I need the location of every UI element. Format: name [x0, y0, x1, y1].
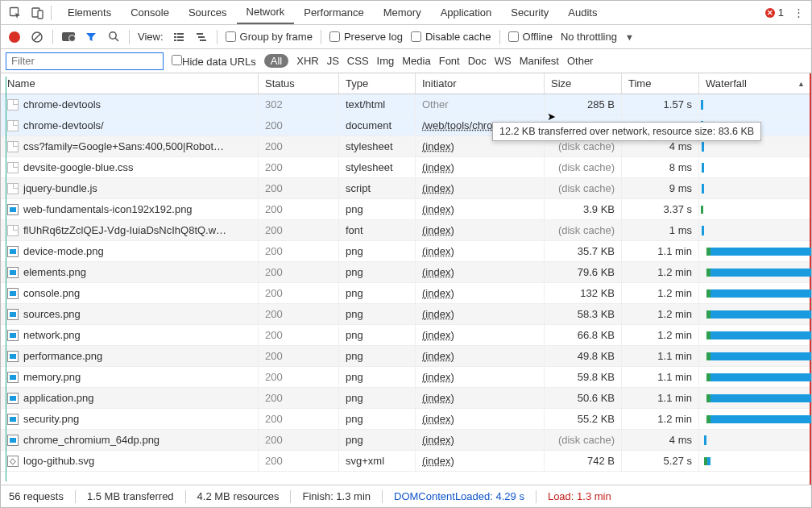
col-initiator[interactable]: Initiator	[416, 73, 545, 94]
filter-input[interactable]	[6, 52, 164, 70]
col-type[interactable]: Type	[339, 73, 416, 94]
type-filter-media[interactable]: Media	[402, 55, 430, 67]
tab-sources[interactable]: Sources	[179, 1, 237, 24]
clear-button[interactable]	[30, 30, 44, 44]
request-size: (disk cache)	[545, 157, 622, 177]
col-time[interactable]: Time	[622, 73, 699, 94]
request-waterfall	[699, 94, 811, 115]
type-filter-xhr[interactable]: XHR	[296, 55, 318, 67]
request-initiator[interactable]: (index)	[422, 413, 454, 425]
inspect-element-icon[interactable]	[4, 2, 27, 24]
type-filter-font[interactable]: Font	[439, 55, 460, 67]
preserve-log-checkbox[interactable]: Preserve log	[329, 31, 403, 43]
request-initiator[interactable]: (index)	[422, 224, 454, 236]
request-initiator[interactable]: (index)	[422, 371, 454, 383]
svg-rect-14	[198, 36, 205, 38]
search-button[interactable]	[106, 30, 121, 44]
request-size: (disk cache)	[545, 178, 622, 198]
type-filter-js[interactable]: JS	[327, 55, 339, 67]
tab-security[interactable]: Security	[501, 1, 558, 24]
request-time: 5.27 s	[622, 451, 699, 471]
request-initiator[interactable]: (index)	[422, 308, 454, 320]
camera-icon	[62, 32, 75, 41]
table-row[interactable]: network.png200png(index)66.8 KB1.2 min	[1, 325, 811, 346]
table-row[interactable]: performance.png200png(index)49.8 KB1.1 m…	[1, 346, 811, 367]
file-type-icon	[7, 330, 19, 341]
request-name: logo-github.svg	[23, 455, 94, 467]
table-row[interactable]: memory.png200png(index)59.8 KB1.1 min	[1, 367, 811, 388]
col-waterfall[interactable]: Waterfall▲	[699, 73, 811, 94]
table-row[interactable]: chrome_chromium_64dp.png200png(index)(di…	[1, 430, 811, 451]
request-size: 79.6 KB	[545, 262, 622, 282]
table-row[interactable]: devsite-google-blue.css200stylesheet(ind…	[1, 157, 811, 178]
type-filter-css[interactable]: CSS	[347, 55, 369, 67]
request-initiator[interactable]: (index)	[422, 455, 454, 467]
offline-checkbox[interactable]: Offline	[508, 31, 553, 43]
request-waterfall	[699, 157, 811, 177]
hide-data-urls-checkbox[interactable]: Hide data URLs	[172, 55, 256, 68]
table-header: Name Status Type Initiator Size Time Wat…	[1, 73, 811, 94]
col-status[interactable]: Status	[259, 73, 339, 94]
tab-memory[interactable]: Memory	[374, 1, 431, 24]
file-type-icon	[7, 414, 19, 425]
group-by-frame-checkbox[interactable]: Group by frame	[226, 31, 313, 43]
more-options-icon[interactable]: ⋮	[789, 6, 808, 19]
col-name[interactable]: Name	[1, 73, 259, 94]
request-initiator[interactable]: (index)	[422, 287, 454, 299]
type-filter-all[interactable]: All	[264, 54, 288, 68]
type-filter-ws[interactable]: WS	[495, 55, 512, 67]
table-row[interactable]: sources.png200png(index)58.3 KB1.2 min	[1, 304, 811, 325]
type-filter-manifest[interactable]: Manifest	[520, 55, 559, 67]
filter-toggle-button[interactable]	[84, 30, 98, 44]
request-status: 200	[259, 115, 339, 135]
tab-console[interactable]: Console	[121, 1, 179, 24]
screenshots-button[interactable]	[61, 30, 76, 44]
tab-network[interactable]: Network	[237, 1, 295, 24]
table-row[interactable]: flUhRq6tzZclQEJ-Vdg-IuiaDsNcIhQ8tQ.w…200…	[1, 220, 811, 241]
request-initiator[interactable]: (index)	[422, 350, 454, 362]
table-row[interactable]: security.png200png(index)55.2 KB1.2 min	[1, 409, 811, 430]
table-row[interactable]: console.png200png(index)132 KB1.2 min	[1, 283, 811, 304]
waterfall-overview-button[interactable]	[194, 30, 209, 44]
tab-audits[interactable]: Audits	[558, 1, 607, 24]
filter-bar: Hide data URLs AllXHRJSCSSImgMediaFontDo…	[1, 49, 811, 73]
request-initiator[interactable]: (index)	[422, 203, 454, 215]
request-waterfall	[699, 220, 811, 240]
request-initiator[interactable]: (index)	[422, 182, 454, 194]
request-status: 200	[259, 262, 339, 282]
chevron-down-icon[interactable]: ▼	[625, 32, 634, 42]
type-filter-doc[interactable]: Doc	[468, 55, 487, 67]
type-filter-img[interactable]: Img	[377, 55, 395, 67]
throttling-select[interactable]: No throttling	[561, 31, 617, 43]
table-row[interactable]: device-mode.png200png(index)35.7 KB1.1 m…	[1, 241, 811, 262]
request-initiator[interactable]: (index)	[422, 434, 454, 446]
table-row[interactable]: chrome-devtools302text/htmlOther285 B1.5…	[1, 94, 811, 115]
device-toolbar-icon[interactable]	[27, 2, 49, 24]
request-initiator[interactable]: (index)	[422, 329, 454, 341]
file-type-icon	[7, 225, 19, 236]
request-name: chrome-devtools/	[23, 119, 104, 131]
request-size: 132 KB	[545, 283, 622, 303]
record-icon	[9, 31, 20, 43]
request-status: 200	[259, 241, 339, 261]
request-initiator[interactable]: (index)	[422, 245, 454, 257]
error-indicator[interactable]: ✕ 1	[765, 6, 784, 19]
table-row[interactable]: web-fundamentals-icon192x192.png200png(i…	[1, 199, 811, 220]
table-row[interactable]: jquery-bundle.js200script(index)(disk ca…	[1, 178, 811, 199]
tab-application[interactable]: Application	[431, 1, 502, 24]
disable-cache-checkbox[interactable]: Disable cache	[411, 31, 491, 43]
col-size[interactable]: Size	[545, 73, 622, 94]
request-time: 1.2 min	[622, 283, 699, 303]
request-initiator[interactable]: (index)	[422, 392, 454, 404]
table-row[interactable]: application.png200png(index)50.6 KB1.1 m…	[1, 388, 811, 409]
record-button[interactable]	[7, 30, 22, 44]
tab-elements[interactable]: Elements	[58, 1, 121, 24]
large-rows-button[interactable]	[172, 30, 186, 44]
table-row[interactable]: logo-github.svg200svg+xml(index)742 B5.2…	[1, 451, 811, 472]
request-initiator[interactable]: (index)	[422, 161, 454, 173]
request-initiator[interactable]: (index)	[422, 140, 454, 152]
table-row[interactable]: elements.png200png(index)79.6 KB1.2 min	[1, 262, 811, 283]
request-initiator[interactable]: (index)	[422, 266, 454, 278]
type-filter-other[interactable]: Other	[567, 55, 594, 67]
tab-performance[interactable]: Performance	[294, 1, 373, 24]
